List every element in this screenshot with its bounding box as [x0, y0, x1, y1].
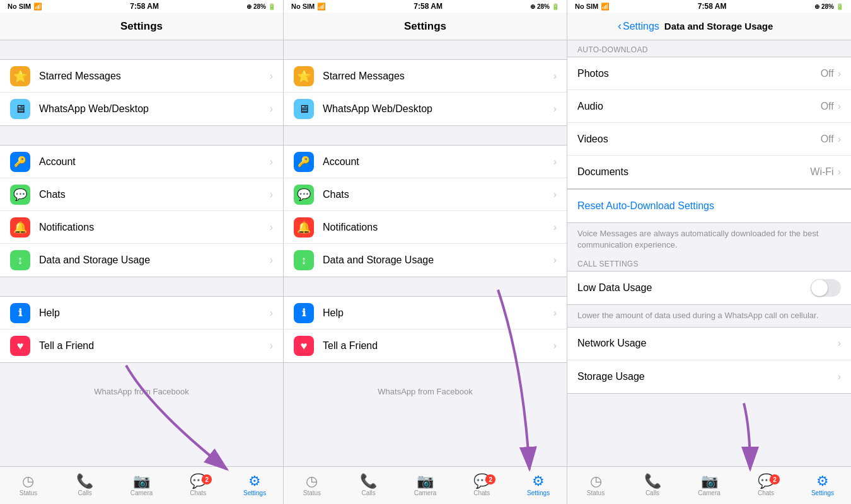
account-row-1[interactable]: 🔑 Account › [0, 146, 283, 178]
status-left-3: No SIM 📶 [575, 3, 610, 11]
tab-settings-1[interactable]: ⚙ Settings [226, 474, 283, 496]
notifications-label-2: Notifications [323, 222, 553, 233]
help-icon-2: ℹ [294, 303, 314, 323]
wifi-icon-1: 📶 [33, 3, 42, 11]
network-usage-label-3: Network Usage [577, 338, 838, 349]
tab-chats-3[interactable]: 💬 Chats 2 [738, 474, 794, 496]
section-gap-1c [0, 277, 283, 296]
phone-panel-3: No SIM 📶 7:58 AM ⊕ 28% 🔋 ‹ Settings Data… [567, 0, 851, 504]
notifications-row-1[interactable]: 🔔 Notifications › [0, 211, 283, 244]
data-label-2: Data and Storage Usage [323, 255, 553, 266]
help-row-1[interactable]: ℹ Help › [0, 297, 283, 329]
settings-group-2b: 🔑 Account › 💬 Chats › 🔔 Notifications › … [284, 145, 567, 277]
status-bar-2: No SIM 📶 7:58 AM ⊕ 28% 🔋 [284, 0, 567, 13]
account-icon-1: 🔑 [10, 152, 30, 172]
photos-row-3[interactable]: Photos Off › [567, 57, 851, 90]
settings-content-3[interactable]: AUTO-DOWNLOAD Photos Off › Audio Off › V… [567, 40, 851, 466]
tab-chats-2[interactable]: 💬 Chats 2 [453, 474, 510, 496]
chats-icon-1: 💬 [10, 185, 30, 205]
camera-tab-label-3: Camera [698, 490, 721, 496]
account-row-2[interactable]: 🔑 Account › [284, 146, 567, 178]
status-bar-1: No SIM 📶 7:58 AM ⊕ 28% 🔋 [0, 0, 283, 13]
tab-settings-3[interactable]: ⚙ Settings [794, 474, 851, 496]
whatsapp-web-row-2[interactable]: 🖥 WhatsApp Web/Desktop › [284, 93, 567, 125]
chevron-account-1: › [270, 156, 273, 168]
status-tab-label-3: Status [587, 490, 605, 496]
data-storage-row-1[interactable]: ↕ Data and Storage Usage › [0, 244, 283, 277]
chevron-starred-2: › [553, 71, 557, 82]
storage-usage-row-3[interactable]: Storage Usage › [567, 360, 851, 393]
chats-tab-label-2: Chats [473, 490, 490, 496]
status-right-1: ⊕ 28% 🔋 [246, 3, 275, 10]
chats-row-1[interactable]: 💬 Chats › [0, 178, 283, 211]
camera-tab-icon-2: 📷 [417, 474, 434, 488]
reset-row-3[interactable]: Reset Auto-Download Settings [567, 190, 851, 222]
web-icon-2: 🖥 [294, 99, 314, 119]
settings-content-2[interactable]: ⭐ Starred Messages › 🖥 WhatsApp Web/Desk… [284, 40, 567, 466]
chats-badge-3: 2 [770, 474, 780, 484]
web-icon-1: 🖥 [10, 99, 30, 119]
section-gap-2b [284, 126, 567, 145]
chevron-account-2: › [553, 156, 557, 168]
tab-calls-3[interactable]: 📞 Calls [624, 474, 681, 496]
camera-tab-icon-1: 📷 [133, 474, 150, 488]
chats-row-2[interactable]: 💬 Chats › [284, 178, 567, 211]
back-button-3[interactable]: ‹ Settings [618, 20, 659, 33]
documents-row-3[interactable]: Documents Wi-Fi › [567, 156, 851, 188]
no-sim-label-2: No SIM [291, 3, 315, 10]
status-tab-icon-2: ◷ [306, 474, 318, 488]
tab-status-2[interactable]: ◷ Status [284, 474, 340, 496]
help-icon-1: ℹ [10, 303, 30, 323]
settings-group-2a: ⭐ Starred Messages › 🖥 WhatsApp Web/Desk… [284, 59, 567, 126]
time-2: 7:58 AM [414, 2, 443, 11]
wifi-icon-3: 📶 [601, 3, 610, 11]
tab-camera-2[interactable]: 📷 Camera [397, 474, 454, 496]
chevron-data-2: › [553, 255, 557, 266]
tab-status-3[interactable]: ◷ Status [567, 474, 624, 496]
settings-content-1[interactable]: ⭐ Starred Messages › 🖥 WhatsApp Web/Desk… [0, 40, 283, 466]
chevron-photos-3: › [838, 68, 841, 79]
account-label-1: Account [39, 156, 270, 168]
help-row-2[interactable]: ℹ Help › [284, 297, 567, 329]
low-data-row-3[interactable]: Low Data Usage [567, 272, 851, 304]
audio-row-3[interactable]: Audio Off › [567, 90, 851, 123]
tell-friend-row-2[interactable]: ♥ Tell a Friend › [284, 329, 567, 362]
chevron-storage-3: › [838, 371, 841, 382]
time-1: 7:58 AM [130, 2, 159, 11]
tell-friend-row-1[interactable]: ♥ Tell a Friend › [0, 329, 283, 362]
no-sim-label-3: No SIM [575, 3, 598, 10]
status-tab-icon-1: ◷ [22, 474, 34, 488]
tab-bar-1: ◷ Status 📞 Calls 📷 Camera 💬 Chats 2 ⚙ Se… [0, 466, 283, 504]
chevron-data-1: › [270, 255, 273, 266]
starred-messages-row-1[interactable]: ⭐ Starred Messages › [0, 60, 283, 93]
tab-bar-2: ◷ Status 📞 Calls 📷 Camera 💬 Chats 2 ⚙ Se… [284, 466, 567, 504]
reset-label-3: Reset Auto-Download Settings [577, 200, 714, 212]
tab-calls-1[interactable]: 📞 Calls [57, 474, 113, 496]
chats-tab-label-1: Chats [190, 490, 206, 496]
data-storage-row-2[interactable]: ↕ Data and Storage Usage › [284, 244, 567, 277]
nav-bar-1: Settings [0, 13, 283, 40]
friend-label-2: Tell a Friend [323, 340, 553, 352]
tab-chats-1[interactable]: 💬 Chats 2 [170, 474, 226, 496]
tab-settings-2[interactable]: ⚙ Settings [510, 474, 567, 496]
low-data-toggle-3[interactable] [811, 279, 841, 297]
videos-row-3[interactable]: Videos Off › [567, 123, 851, 156]
status-right-3: ⊕ 28% 🔋 [814, 3, 843, 10]
chats-tab-label-3: Chats [758, 490, 774, 496]
status-left-1: No SIM 📶 [8, 3, 42, 11]
help-label-2: Help [323, 307, 553, 319]
footer-1: WhatsApp from Facebook [0, 382, 283, 401]
tab-status-1[interactable]: ◷ Status [0, 474, 57, 496]
notifications-row-2[interactable]: 🔔 Notifications › [284, 211, 567, 244]
tab-calls-2[interactable]: 📞 Calls [340, 474, 397, 496]
tab-camera-3[interactable]: 📷 Camera [681, 474, 738, 496]
starred-messages-row-2[interactable]: ⭐ Starred Messages › [284, 60, 567, 93]
settings-tab-label-1: Settings [243, 490, 266, 496]
status-left-2: No SIM 📶 [291, 3, 326, 11]
network-usage-row-3[interactable]: Network Usage › [567, 328, 851, 360]
wifi-icon-2: 📶 [317, 3, 326, 11]
whatsapp-web-row-1[interactable]: 🖥 WhatsApp Web/Desktop › [0, 93, 283, 125]
tab-camera-1[interactable]: 📷 Camera [113, 474, 170, 496]
web-label-1: WhatsApp Web/Desktop [39, 103, 270, 115]
tab-bar-3: ◷ Status 📞 Calls 📷 Camera 💬 Chats 2 ⚙ Se… [567, 466, 851, 504]
